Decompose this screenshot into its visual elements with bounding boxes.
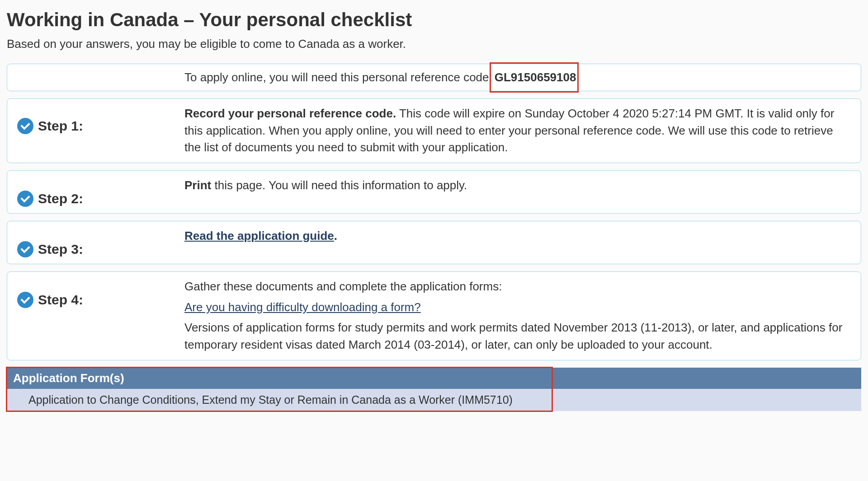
forms-table-row: Application to Change Conditions, Extend…	[7, 389, 861, 411]
reference-code-panel: To apply online, you will need this pers…	[7, 64, 861, 91]
step-3-body: Read the application guide.	[184, 228, 851, 245]
difficulty-downloading-link[interactable]: Are you having difficulty downloading a …	[184, 300, 421, 314]
application-forms-table: Application Form(s) Application to Chang…	[7, 368, 861, 411]
step-4-label: Step 4:	[38, 292, 83, 308]
step-1-body: Record your personal reference code. Thi…	[184, 105, 851, 156]
check-icon	[17, 118, 33, 134]
step-2-label: Step 2:	[38, 191, 83, 206]
step-4-body: Gather these documents and complete the …	[184, 278, 851, 354]
forms-table-header: Application Form(s)	[7, 368, 861, 389]
application-guide-link[interactable]: Read the application guide	[184, 229, 334, 243]
step-4-panel: Step 4: Gather these documents and compl…	[7, 271, 861, 360]
step-1-panel: Step 1: Record your personal reference c…	[7, 98, 861, 163]
step-3-panel: Step 3: Read the application guide.	[7, 221, 861, 264]
check-icon	[17, 292, 33, 308]
page-title: Working in Canada – Your personal checkl…	[7, 9, 861, 31]
reference-code-highlight: GL9150659108	[492, 70, 576, 84]
step-3-label: Step 3:	[38, 242, 83, 257]
step-1-label: Step 1:	[38, 118, 83, 134]
step-2-body: Print this page. You will need this info…	[184, 177, 851, 194]
reference-label: To apply online, you will need this pers…	[184, 70, 492, 84]
check-icon	[17, 191, 33, 207]
check-icon	[17, 241, 33, 257]
step-2-panel: Step 2: Print this page. You will need t…	[7, 170, 861, 214]
page-subtitle: Based on your answers, you may be eligib…	[7, 37, 861, 51]
reference-code: GL9150659108	[495, 70, 576, 84]
